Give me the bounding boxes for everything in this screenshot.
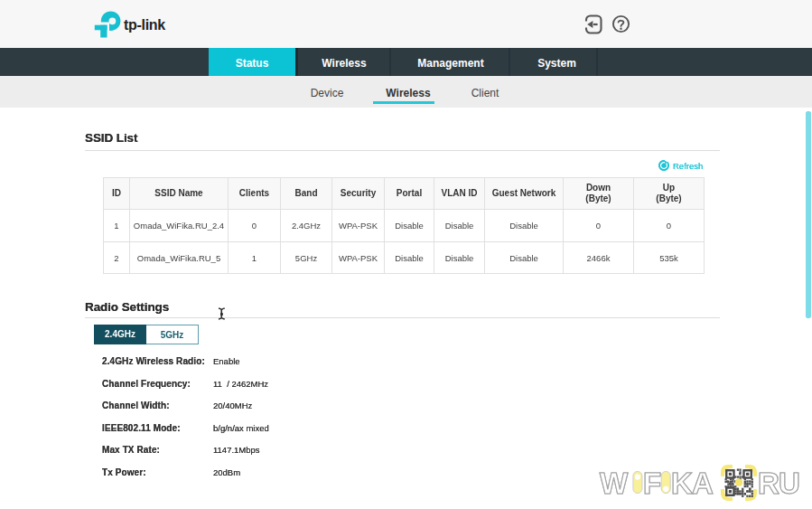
svg-text:K: K	[671, 467, 693, 500]
svg-text:R: R	[758, 467, 779, 500]
svg-text:A: A	[692, 467, 714, 500]
svg-text:W: W	[600, 467, 629, 500]
svg-text:U: U	[779, 467, 800, 500]
svg-text:F: F	[643, 467, 661, 500]
svg-text:tp-link: tp-link	[124, 17, 165, 33]
